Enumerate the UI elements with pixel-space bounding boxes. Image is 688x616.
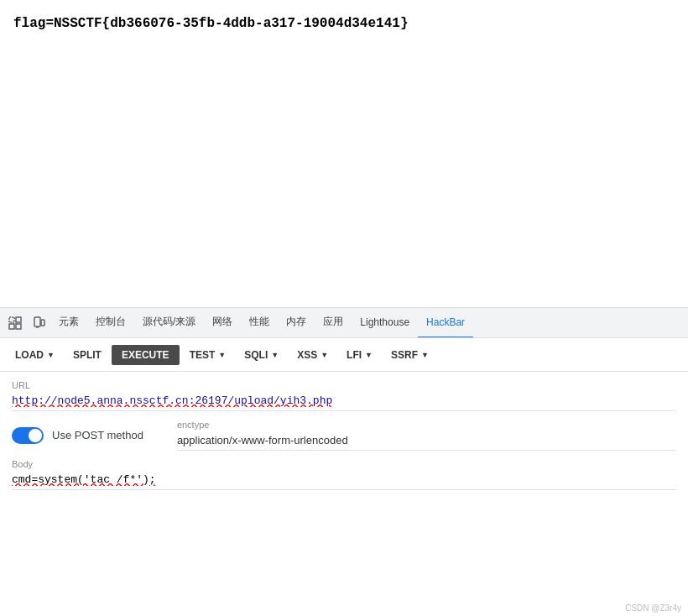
hackbar-content: URL Use POST method enctype Body (0, 372, 688, 616)
enctype-input[interactable] (177, 432, 676, 451)
test-arrow: ▼ (218, 351, 226, 359)
url-group: URL (12, 380, 676, 411)
devtools-panel: 元素 控制台 源代码/来源 网络 性能 内存 应用 Lighthouse Hac… (0, 307, 688, 616)
tab-performance[interactable]: 性能 (241, 308, 278, 338)
flag-text: flag=NSSCTF{db366076-35fb-4ddb-a317-1900… (13, 16, 408, 31)
tab-elements[interactable]: 元素 (50, 308, 87, 338)
hackbar-toolbar: LOAD ▼ SPLIT EXECUTE TEST ▼ SQLI ▼ XSS ▼… (0, 338, 688, 372)
tab-lighthouse[interactable]: Lighthouse (352, 308, 418, 338)
tab-application[interactable]: 应用 (315, 308, 352, 338)
post-toggle[interactable] (12, 427, 44, 444)
body-group: Body (12, 459, 676, 490)
ssrf-arrow: ▼ (421, 351, 429, 359)
svg-rect-0 (9, 317, 14, 322)
svg-rect-2 (9, 324, 14, 329)
url-label: URL (12, 380, 676, 390)
xss-arrow: ▼ (321, 351, 328, 359)
lfi-button[interactable]: LFI ▼ (338, 346, 381, 364)
url-input[interactable] (12, 393, 676, 411)
main-content: flag=NSSCTF{db366076-35fb-4ddb-a317-1900… (0, 0, 688, 311)
body-label: Body (12, 459, 676, 469)
xss-button[interactable]: XSS ▼ (289, 346, 336, 364)
body-input[interactable] (12, 472, 676, 490)
tab-hackbar[interactable]: HackBar (418, 308, 473, 338)
svg-rect-4 (34, 317, 40, 326)
post-label: Use POST method (52, 429, 143, 441)
sqli-button[interactable]: SQLI ▼ (236, 346, 287, 364)
inspect-icon[interactable] (3, 311, 27, 335)
tab-sources[interactable]: 源代码/来源 (134, 308, 204, 338)
tab-console[interactable]: 控制台 (87, 308, 134, 338)
device-icon[interactable] (27, 311, 50, 335)
load-button[interactable]: LOAD ▼ (7, 346, 63, 364)
devtools-tab-bar: 元素 控制台 源代码/来源 网络 性能 内存 应用 Lighthouse Hac… (0, 308, 688, 338)
post-row: Use POST method enctype (12, 420, 676, 451)
watermark: CSDN @Z3r4y (625, 603, 681, 613)
split-button[interactable]: SPLIT (65, 346, 110, 364)
tab-memory[interactable]: 内存 (278, 308, 315, 338)
svg-rect-5 (41, 320, 44, 326)
enctype-label: enctype (177, 420, 676, 430)
tab-network[interactable]: 网络 (204, 308, 241, 338)
test-button[interactable]: TEST ▼ (181, 346, 235, 364)
enctype-group: enctype (177, 420, 676, 451)
load-arrow: ▼ (47, 351, 55, 359)
post-toggle-group: Use POST method (12, 427, 143, 444)
execute-button[interactable]: EXECUTE (112, 345, 180, 365)
ssrf-button[interactable]: SSRF ▼ (383, 346, 437, 364)
svg-rect-1 (16, 317, 21, 322)
sqli-arrow: ▼ (271, 351, 279, 359)
lfi-arrow: ▼ (365, 351, 373, 359)
svg-rect-3 (16, 324, 21, 329)
